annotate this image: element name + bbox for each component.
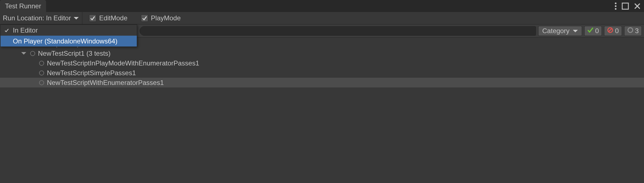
tree-item-label: NewTestScriptInPlayModeWithEnumeratorPas… <box>47 59 199 67</box>
expander-icon[interactable] <box>21 52 26 55</box>
test-tree: Tests.dll (3 tests)NewTestScript1 (3 tes… <box>0 38 644 183</box>
tree-row[interactable]: NewTestScript1 (3 tests) <box>0 48 644 58</box>
svg-point-8 <box>628 28 633 33</box>
run-location-option[interactable]: In Editor <box>1 25 137 36</box>
dropdown-arrow-icon <box>74 17 79 19</box>
tree-item-label: NewTestScriptWithEnumeratorPasses1 <box>47 79 164 87</box>
status-notrun-icon <box>39 61 44 66</box>
tab-test-runner[interactable]: Test Runner <box>0 0 46 12</box>
tree-row[interactable]: NewTestScriptInPlayModeWithEnumeratorPas… <box>0 58 644 68</box>
tree-item-label: NewTestScriptSimplePasses1 <box>47 69 136 77</box>
passed-count: 0 <box>595 27 599 35</box>
category-dropdown[interactable]: Category <box>538 26 582 36</box>
checkbox-icon <box>89 14 96 22</box>
window-controls <box>611 0 644 12</box>
checkbox-icon <box>141 14 148 22</box>
svg-point-0 <box>615 3 617 4</box>
status-notrun-icon <box>39 80 44 85</box>
tab-bar: Test Runner <box>0 0 644 12</box>
dropdown-arrow-icon <box>573 30 578 32</box>
notrun-count: 3 <box>635 27 639 35</box>
status-notrun-icon <box>39 70 44 75</box>
check-icon <box>4 28 9 33</box>
option-label: On Player (StandaloneWindows64) <box>13 37 118 45</box>
kebab-menu-icon[interactable] <box>615 2 617 10</box>
run-location-option[interactable]: On Player (StandaloneWindows64) <box>1 36 137 47</box>
playmode-toggle[interactable]: PlayMode <box>134 14 188 22</box>
tree-row[interactable]: NewTestScriptWithEnumeratorPasses1 <box>0 78 644 87</box>
editmode-label: EditMode <box>99 14 127 22</box>
test-runner-window: Test Runner Run Location: In Editor Edit… <box>0 0 644 183</box>
filter-failed-button[interactable]: 0 <box>604 26 622 36</box>
editmode-toggle[interactable]: EditMode <box>82 14 134 22</box>
close-icon[interactable] <box>634 3 641 9</box>
run-location-dropdown[interactable]: Run Location: In Editor <box>2 12 82 24</box>
search-input[interactable] <box>140 26 536 36</box>
failed-count: 0 <box>615 27 619 35</box>
status-notrun-icon <box>30 51 35 56</box>
playmode-label: PlayMode <box>151 14 181 22</box>
svg-line-7 <box>609 28 612 32</box>
run-location-popup: In EditorOn Player (StandaloneWindows64) <box>0 25 137 47</box>
run-location-label: Run Location: In Editor <box>3 14 71 22</box>
filter-passed-button[interactable]: 0 <box>584 26 602 36</box>
category-label: Category <box>542 27 569 35</box>
tree-item-label: NewTestScript1 (3 tests) <box>38 50 111 57</box>
filter-notrun-button[interactable]: 3 <box>624 26 642 36</box>
check-icon <box>587 27 593 35</box>
svg-rect-3 <box>622 3 628 9</box>
circle-icon <box>627 27 633 35</box>
svg-point-2 <box>615 8 617 10</box>
tree-row[interactable]: NewTestScriptSimplePasses1 <box>0 68 644 78</box>
blocked-icon <box>607 27 613 35</box>
toolbar: Run Location: In Editor EditMode PlayMod… <box>0 12 644 25</box>
tab-label: Test Runner <box>5 2 41 10</box>
maximize-icon[interactable] <box>622 3 629 10</box>
svg-point-1 <box>615 5 617 7</box>
option-label: In Editor <box>13 26 38 34</box>
